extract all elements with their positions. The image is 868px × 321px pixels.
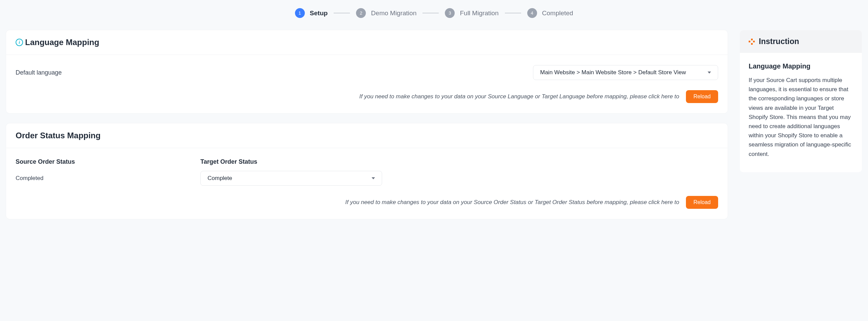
target-order-status-header: Target Order Status — [200, 158, 257, 165]
step-setup[interactable]: 1 Setup — [295, 8, 328, 18]
instruction-header: Instruction — [740, 30, 862, 53]
step-completed[interactable]: 4 Completed — [527, 8, 573, 18]
order-status-mapping-card: Order Status Mapping Source Order Status… — [6, 123, 728, 219]
target-order-status-select[interactable]: Complete — [200, 171, 382, 186]
order-reload-note: If you need to make changes to your data… — [345, 199, 679, 206]
source-order-status-value: Completed — [16, 175, 200, 182]
default-language-value: Main Website > Main Website Store > Defa… — [540, 69, 686, 76]
step-circle-3: 3 — [445, 8, 455, 18]
step-circle-1: 1 — [295, 8, 305, 18]
order-status-header: Order Status Mapping — [6, 123, 728, 148]
chevron-down-icon — [372, 177, 375, 179]
step-connector — [422, 13, 439, 13]
instruction-section-title: Language Mapping — [749, 62, 853, 70]
step-label-completed: Completed — [542, 9, 573, 17]
chevron-down-icon — [708, 72, 711, 74]
stepper: 1 Setup 2 Demo Migration 3 Full Migratio… — [0, 0, 868, 30]
step-demo-migration[interactable]: 2 Demo Migration — [356, 8, 416, 18]
step-label-demo: Demo Migration — [371, 9, 416, 17]
order-reload-button[interactable]: Reload — [686, 196, 718, 209]
default-language-select[interactable]: Main Website > Main Website Store > Defa… — [533, 65, 718, 80]
language-reload-note: If you need to make changes to your data… — [359, 93, 679, 100]
target-order-status-value: Complete — [208, 175, 232, 182]
source-order-status-header: Source Order Status — [16, 158, 200, 165]
instruction-icon — [749, 39, 755, 45]
language-mapping-title: Language Mapping — [25, 38, 99, 47]
info-icon[interactable]: i — [16, 39, 23, 46]
step-circle-2: 2 — [356, 8, 366, 18]
step-full-migration[interactable]: 3 Full Migration — [445, 8, 498, 18]
language-mapping-header: i Language Mapping — [6, 30, 728, 55]
step-label-setup: Setup — [310, 9, 328, 17]
instruction-title: Instruction — [759, 37, 799, 46]
default-language-label: Default language — [16, 69, 62, 76]
step-circle-4: 4 — [527, 8, 537, 18]
instruction-panel: Instruction Language Mapping If your Sou… — [740, 30, 862, 172]
instruction-body-text: If your Source Cart supports multiple la… — [749, 76, 853, 159]
language-reload-button[interactable]: Reload — [686, 90, 718, 103]
language-mapping-card: i Language Mapping Default language Main… — [6, 30, 728, 113]
step-connector — [334, 13, 350, 13]
order-status-title: Order Status Mapping — [16, 131, 101, 140]
step-label-full: Full Migration — [460, 9, 498, 17]
step-connector — [505, 13, 521, 13]
